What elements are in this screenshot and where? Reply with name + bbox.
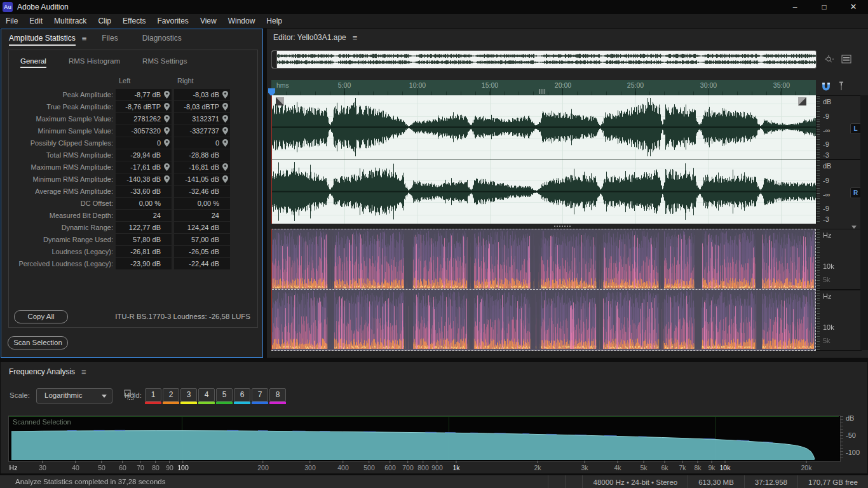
hold-button[interactable]: 2 [163,388,179,402]
menu-item[interactable]: Favorites [152,14,194,28]
menu-item[interactable]: Help [261,14,288,28]
pin-icon[interactable] [222,115,228,123]
waveform-right-canvas[interactable] [271,159,816,224]
pin-icon[interactable] [222,127,228,135]
hz-scale-label: 5k [823,276,831,283]
overview-navigator[interactable] [271,50,817,69]
tab-frequency-analysis[interactable]: Frequency Analysis [9,367,75,377]
menu-item[interactable]: Edit [24,14,48,28]
minimize-button[interactable]: – [780,0,810,14]
hold-button[interactable]: 8 [269,388,286,402]
tab-amplitude-statistics[interactable]: Amplitude Statistics [9,34,76,46]
spectrogram-left-canvas[interactable] [272,229,814,288]
db-scale-label: -9 [823,177,829,184]
freq-axis-tick: 90 [166,461,173,471]
snap-magnet-icon[interactable] [821,81,831,92]
freq-axis-tick: 700 [402,461,414,471]
freq-axis-tick: 7k [679,461,686,471]
scale-dropdown[interactable]: Logarithmic [36,388,112,403]
hold-button[interactable]: 3 [180,388,197,402]
fade-out-handle[interactable] [798,97,806,105]
hz-scale-right[interactable]: Hz10k5k [816,290,862,351]
spectrogram-right-canvas[interactable] [272,290,814,349]
pin-icon[interactable] [164,91,170,98]
pin-icon[interactable] [222,91,228,98]
tab-files[interactable]: Files [102,34,118,43]
left-channel-badge[interactable]: L [850,123,861,134]
tick-mark [102,461,102,463]
freq-axis-tick: 40 [72,461,79,471]
db-scale-right[interactable]: dB-9-∞-9-3 R [816,159,862,224]
tab-rms-settings[interactable]: RMS Settings [142,57,187,68]
menu-item[interactable]: File [0,14,24,28]
scan-selection-button[interactable]: Scan Selection [8,336,68,349]
hold-color-strip [198,402,215,404]
pin-icon[interactable] [164,163,170,171]
pin-icon[interactable] [222,163,228,171]
scrub-handle[interactable] [539,89,545,94]
title-bar: Au Adobe Audition – □ ✕ [0,0,868,14]
pin-icon[interactable] [222,139,228,147]
view-splitter[interactable] [267,224,860,229]
tab-editor[interactable]: Editor: Yello03A1.ape [273,33,346,43]
hold-button[interactable]: 4 [198,388,215,402]
menu-item[interactable]: Multitrack [48,14,92,28]
overview-waveform-canvas[interactable] [277,51,816,67]
spectral-display[interactable] [271,229,816,351]
menu-item[interactable]: View [194,14,222,28]
chevron-down-icon [102,395,107,400]
freq-axis-tick: 60 [119,461,126,471]
menu-item[interactable]: Window [222,14,261,28]
table-row: Total RMS Amplitude: -29,94 dB -28,88 dB [9,149,257,161]
close-button[interactable]: ✕ [839,0,868,14]
stat-label: Total RMS Amplitude: [9,151,113,159]
ruler-tick-label: 35:00 [773,81,790,89]
maximize-button[interactable]: □ [810,0,839,14]
marker-pin-icon[interactable] [838,81,844,91]
waveform-left-canvas[interactable] [271,95,816,159]
tab-rms-histogram[interactable]: RMS Histogram [69,57,120,68]
pin-icon[interactable] [222,175,228,183]
current-time-indicator[interactable] [271,229,272,350]
right-channel-badge[interactable]: R [850,187,861,198]
pin-icon[interactable] [164,175,170,183]
hold-button[interactable]: 6 [234,388,250,402]
frequency-curve-canvas[interactable] [9,416,839,460]
splitter-grip[interactable] [554,226,571,227]
frequency-graph[interactable]: Scanned Selection [8,416,841,462]
copy-all-button[interactable]: Copy All [14,310,68,323]
current-time-indicator[interactable] [271,95,272,224]
tick-mark [665,461,665,463]
pin-icon[interactable] [164,139,170,147]
hold-button[interactable]: 1 [145,388,161,402]
menu-item[interactable]: Clip [92,14,117,28]
stat-value-right: -32,46 dB [174,186,230,197]
hz-scale-left[interactable]: Hz10k5k [816,229,862,290]
fade-in-handle[interactable] [276,97,284,105]
hold-button[interactable]: 5 [216,388,233,402]
tab-diagnostics[interactable]: Diagnostics [142,34,182,43]
vertical-scrollbar[interactable] [860,95,868,350]
stat-value-right: 124,24 dB [174,222,230,233]
zoom-navigate-icon[interactable] [824,55,834,65]
panel-menu-icon[interactable]: ≡ [81,367,86,377]
tick-mark [310,461,311,463]
hold-button[interactable]: 7 [252,388,268,402]
panel-menu-icon[interactable]: ≡ [353,33,358,43]
db-scale-left[interactable]: dB-9-∞-9-3 L [816,95,862,159]
stat-label: Peak Amplitude: [9,91,113,98]
ruler-tick-label: 20:00 [555,81,571,89]
pin-icon[interactable] [164,127,170,135]
tab-general[interactable]: General [20,57,46,68]
stat-label: True Peak Amplitude: [9,103,113,111]
freq-axis-tick: 80 [152,461,159,471]
panel-menu-icon[interactable]: ≡ [82,34,87,43]
overview-handle[interactable] [272,51,277,68]
menu-item[interactable]: Effects [117,14,151,28]
pin-icon[interactable] [222,103,228,111]
tick-mark [76,461,76,463]
pin-icon[interactable] [164,103,170,111]
list-view-icon[interactable] [841,55,851,64]
pin-icon[interactable] [164,115,170,123]
channel-divider [271,159,816,159]
